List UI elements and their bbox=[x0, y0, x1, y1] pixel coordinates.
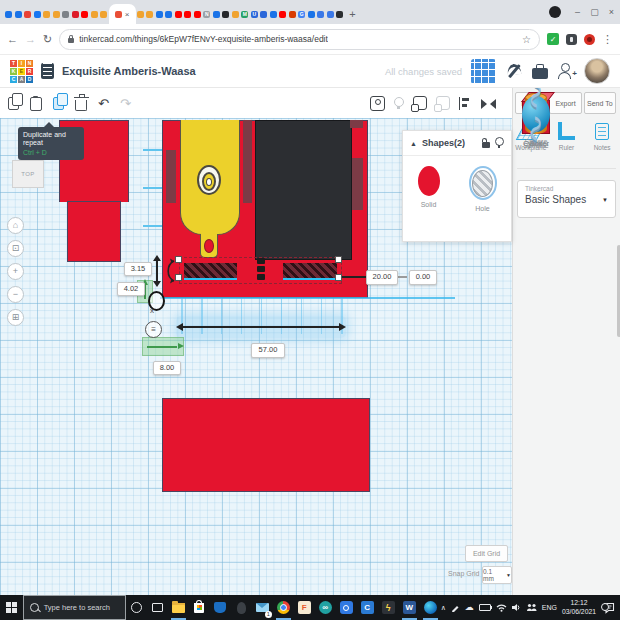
selected-hole-left[interactable] bbox=[184, 263, 237, 280]
extension-check-icon[interactable]: ✓ bbox=[547, 33, 559, 45]
canvas-nav-button[interactable]: + bbox=[7, 263, 24, 280]
selection-mid-handle[interactable] bbox=[257, 258, 265, 264]
close-button[interactable]: × bbox=[603, 0, 620, 24]
briefcase-icon[interactable] bbox=[532, 68, 548, 79]
action-button[interactable]: Send To bbox=[584, 92, 616, 114]
ungroup-icon[interactable] bbox=[436, 96, 450, 110]
browser-tab[interactable] bbox=[221, 4, 231, 24]
browser-tab[interactable] bbox=[183, 4, 193, 24]
taskbar-app-button[interactable] bbox=[210, 595, 231, 620]
ring-inner[interactable] bbox=[206, 178, 212, 186]
tab-close-icon[interactable]: × bbox=[125, 10, 130, 19]
collapse-icon[interactable]: ▲ bbox=[410, 140, 417, 147]
browser-tab[interactable] bbox=[136, 4, 146, 24]
hidden-icons-chevron[interactable]: ∧ bbox=[441, 604, 446, 612]
browser-tab[interactable] bbox=[145, 4, 155, 24]
canvas-nav-button[interactable]: ⌂ bbox=[7, 217, 24, 234]
extension-pin-icon[interactable] bbox=[566, 34, 577, 45]
browser-tab[interactable] bbox=[14, 4, 24, 24]
invite-person-icon[interactable]: + bbox=[557, 62, 575, 80]
browser-tab[interactable] bbox=[231, 4, 241, 24]
start-button[interactable] bbox=[0, 595, 23, 620]
browser-tab[interactable] bbox=[212, 4, 222, 24]
browser-tab[interactable] bbox=[80, 4, 90, 24]
tinkercad-logo[interactable]: TIN KER CAD bbox=[10, 60, 33, 83]
view-cube[interactable]: TOP bbox=[12, 160, 44, 188]
shape-library-select[interactable]: Tinkercad Basic Shapes ▼ bbox=[517, 180, 616, 218]
maximize-button[interactable]: ▢ bbox=[586, 0, 603, 24]
canvas-nav-button[interactable]: − bbox=[7, 286, 24, 303]
browser-tab[interactable] bbox=[307, 4, 317, 24]
new-tab-button[interactable]: + bbox=[345, 4, 361, 24]
canvas-nav-button[interactable]: ⊞ bbox=[7, 309, 24, 326]
volume-icon[interactable] bbox=[512, 603, 521, 612]
view-blocks-button[interactable] bbox=[471, 59, 496, 84]
browser-tab[interactable] bbox=[90, 4, 100, 24]
browser-tab[interactable]: × bbox=[109, 4, 136, 24]
pen-icon[interactable] bbox=[451, 603, 460, 612]
url-text[interactable]: tinkercad.com/things/6kEpW7fENvY-exquisi… bbox=[79, 34, 328, 44]
back-button[interactable]: ← bbox=[7, 34, 18, 45]
taskbar-app-button[interactable] bbox=[336, 595, 357, 620]
ruler-offset-right-arrow[interactable] bbox=[142, 337, 184, 356]
dimension-value-height[interactable]: 3.15 bbox=[124, 262, 152, 276]
dimension-value-width[interactable]: 57.00 bbox=[251, 343, 285, 358]
browser-tab[interactable] bbox=[259, 4, 269, 24]
tinker-tools-icon[interactable] bbox=[505, 62, 523, 80]
address-bar[interactable]: tinkercad.com/things/6kEpW7fENvY-exquisi… bbox=[59, 29, 540, 50]
hole-swatch[interactable] bbox=[469, 166, 497, 200]
cloud-icon[interactable]: ☁ bbox=[465, 603, 474, 612]
hole-option[interactable]: Hole bbox=[469, 166, 497, 212]
align-icon[interactable] bbox=[459, 97, 472, 110]
browser-tab[interactable] bbox=[164, 4, 174, 24]
dimension-value-depth[interactable]: 20.00 bbox=[366, 270, 398, 285]
browser-tab[interactable]: N bbox=[202, 4, 212, 24]
action-center-button[interactable] bbox=[601, 602, 617, 614]
browser-menu-icon[interactable]: ⋮ bbox=[602, 33, 613, 46]
browser-tab[interactable] bbox=[99, 4, 109, 24]
browser-tab[interactable] bbox=[155, 4, 165, 24]
group-icon[interactable] bbox=[413, 96, 427, 110]
browser-tab[interactable] bbox=[316, 4, 326, 24]
browser-tab[interactable] bbox=[52, 4, 62, 24]
selected-hole-right[interactable] bbox=[283, 263, 337, 280]
browser-tab[interactable]: G bbox=[297, 4, 307, 24]
scale-handle[interactable] bbox=[335, 274, 342, 281]
sidebar-tool[interactable]: Notes bbox=[586, 122, 619, 151]
browser-profile-icon[interactable] bbox=[549, 6, 561, 18]
ruler-menu-button[interactable]: ≡ bbox=[145, 321, 162, 338]
yellow-tab-hole[interactable] bbox=[204, 239, 214, 253]
browser-tab[interactable] bbox=[269, 4, 279, 24]
browser-tab[interactable] bbox=[335, 4, 345, 24]
selection-mid-handle[interactable] bbox=[257, 274, 265, 280]
taskbar-app-button[interactable] bbox=[231, 595, 252, 620]
extension-account-icon[interactable] bbox=[584, 34, 595, 45]
redo-icon[interactable]: ↷ bbox=[120, 97, 131, 110]
taskbar-app-button[interactable] bbox=[420, 595, 441, 620]
dimension-value-offset-x[interactable]: 8.00 bbox=[153, 361, 181, 375]
browser-tab[interactable] bbox=[278, 4, 288, 24]
bookmark-star-icon[interactable]: ☆ bbox=[522, 34, 531, 45]
undo-icon[interactable]: ↶ bbox=[98, 97, 109, 110]
refresh-button[interactable]: ↻ bbox=[43, 34, 52, 45]
solid-option[interactable]: Solid bbox=[418, 166, 440, 212]
dimension-value-offset-y[interactable]: 4.02 bbox=[117, 282, 145, 296]
design-properties-icon[interactable] bbox=[41, 63, 54, 79]
dark-panel-shape[interactable] bbox=[255, 120, 352, 260]
selection-mid-handle[interactable] bbox=[257, 266, 265, 272]
browser-tab[interactable] bbox=[193, 4, 203, 24]
language-indicator[interactable]: ENG bbox=[542, 604, 557, 611]
taskbar-app-button[interactable]: ϟ bbox=[378, 595, 399, 620]
maroon-slot-3[interactable] bbox=[350, 120, 363, 128]
taskbar-app-button[interactable]: W bbox=[399, 595, 420, 620]
design-title[interactable]: Exquisite Amberis-Waasa bbox=[62, 65, 196, 77]
taskbar-app-button[interactable] bbox=[189, 595, 210, 620]
maroon-slot-4[interactable] bbox=[352, 158, 363, 210]
lightbulb-icon[interactable] bbox=[495, 137, 504, 146]
solid-swatch[interactable] bbox=[418, 166, 440, 196]
maroon-slot-1[interactable] bbox=[166, 150, 176, 203]
taskbar-app-button[interactable] bbox=[273, 595, 294, 620]
taskbar-app-button[interactable]: 1 bbox=[252, 595, 273, 620]
browser-tab[interactable] bbox=[174, 4, 184, 24]
forward-button[interactable]: → bbox=[25, 34, 36, 45]
